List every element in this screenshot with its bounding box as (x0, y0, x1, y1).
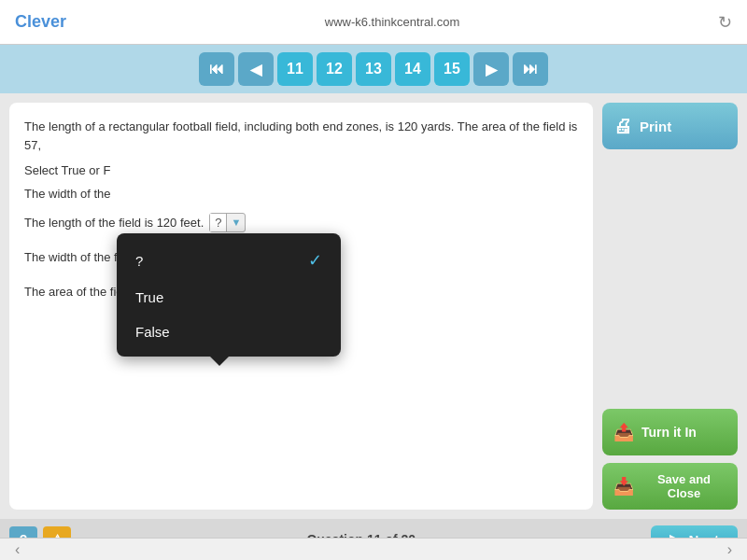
page-12[interactable]: 12 (317, 52, 352, 86)
dropdown-popup: ? ✓ True False (117, 233, 341, 357)
width-line: The width of the (24, 185, 578, 203)
fast-forward-button[interactable]: ⏭ (513, 52, 548, 86)
row1-label: The length of the field is 120 feet. (24, 216, 204, 230)
popup-arrow (210, 357, 229, 366)
page-15[interactable]: 15 (434, 52, 470, 86)
rewind-button[interactable]: ⏮ (199, 52, 234, 86)
top-bar: Clever www-k6.thinkcentral.com ↻ (0, 0, 747, 45)
url-display: www-k6.thinkcentral.com (325, 15, 460, 29)
field-row-1: The length of the field is 120 feet. ? ▼ (24, 213, 578, 232)
main-area: The length of a rectangular football fie… (0, 93, 747, 519)
browser-back-button[interactable]: ‹ (15, 541, 20, 558)
dropdown-1-arrow[interactable]: ▼ (227, 215, 245, 230)
page-13[interactable]: 13 (356, 52, 391, 86)
dropdown-option-question[interactable]: ? ✓ (117, 241, 341, 280)
prev-button[interactable]: ◀ (238, 52, 274, 86)
question-text: The length of a rectangular football fie… (24, 118, 578, 154)
refresh-button[interactable]: ↻ (718, 12, 732, 33)
sidebar-spacer (602, 157, 738, 401)
turn-in-button[interactable]: 📤 Turn it In (602, 409, 738, 455)
save-close-icon: 📥 (613, 476, 634, 497)
browser-forward-button[interactable]: › (727, 541, 732, 558)
turn-in-icon: 📤 (613, 422, 634, 442)
page-14[interactable]: 14 (395, 52, 430, 86)
save-close-button[interactable]: 📥 Save and Close (602, 463, 738, 510)
instruction-text: Select True or F (24, 163, 578, 177)
navigation-bar: ⏮ ◀ 11 12 13 14 15 ▶ ⏭ (0, 45, 747, 93)
print-button[interactable]: 🖨 Print (602, 103, 738, 149)
dropdown-option-true[interactable]: True (117, 280, 341, 315)
save-close-label: Save and Close (641, 472, 726, 500)
clever-logo: Clever (15, 12, 66, 32)
turn-in-label: Turn it In (641, 425, 697, 440)
checkmark-icon: ✓ (308, 250, 322, 271)
page-11[interactable]: 11 (277, 52, 313, 86)
dropdown-1[interactable]: ? ▼ (209, 213, 246, 232)
printer-icon: 🖨 (613, 116, 632, 137)
question-panel: The length of a rectangular football fie… (9, 103, 593, 510)
print-label: Print (640, 119, 671, 134)
next-nav-button[interactable]: ▶ (473, 52, 509, 86)
sidebar: 🖨 Print 📤 Turn it In 📥 Save and Close (602, 103, 738, 510)
browser-bottom-bar: ‹ › (0, 538, 747, 560)
dropdown-1-value: ? (210, 214, 227, 231)
dropdown-option-false[interactable]: False (117, 315, 341, 349)
